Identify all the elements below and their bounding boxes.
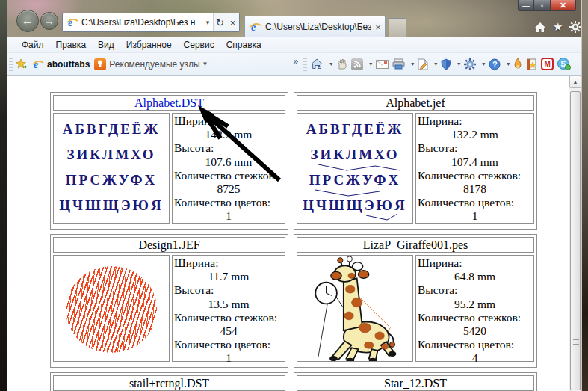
menu-edit[interactable]: Правка xyxy=(50,38,93,52)
close-button[interactable]: ✕ xyxy=(551,0,576,11)
stitches-value: 454 xyxy=(174,324,283,338)
toolbar-grip[interactable] xyxy=(9,58,13,71)
menu-help[interactable]: Справка xyxy=(220,38,267,52)
window-controls: — ▫ ✕ xyxy=(518,0,576,11)
scrollbar-grip xyxy=(573,339,579,345)
width-value: 11.7 mm xyxy=(174,270,283,283)
favorite-abouttabs[interactable]: e abouttabs xyxy=(32,58,90,70)
toolbar-overflow-chevron[interactable]: » xyxy=(293,56,298,67)
refresh-icon[interactable]: ↻ xyxy=(214,17,226,28)
page-dropdown-icon[interactable]: ▾ xyxy=(434,61,437,67)
scroll-up-icon: ▲ xyxy=(573,79,578,84)
rss-feed-icon[interactable] xyxy=(351,58,363,70)
height-label: Высота: xyxy=(174,141,283,155)
svg-text:e: e xyxy=(251,22,256,33)
design-card-stail-rctngl: stail+rctngl.DST xyxy=(50,372,288,391)
alphabet-dst-preview-image: АБВГДЕЁЖ ЗИКЛМХО ПРСЖУФХ ЦЧШЩЭЮЯ xyxy=(53,113,170,224)
alphabet-row: АБВГДЕЁЖ xyxy=(54,121,169,138)
new-tab-button[interactable] xyxy=(389,18,406,37)
gear-icon[interactable] xyxy=(569,21,581,33)
colors-value: 4 xyxy=(418,351,532,365)
menu-view[interactable]: Вид xyxy=(92,38,120,52)
stail-rctngl-title: stail+rctngl.DST xyxy=(129,377,209,390)
red-stitch-circle xyxy=(63,263,160,356)
suggested-sites-dropdown-icon: ▼ xyxy=(202,61,208,67)
abouttabs-label: abouttabs xyxy=(47,59,90,70)
print-dropdown-icon[interactable]: ▾ xyxy=(411,61,414,67)
design-info: Ширина: 132.2 mm Высота: 107.4 mm Количе… xyxy=(415,113,534,224)
design1-jef-preview-image xyxy=(53,255,170,362)
width-label: Ширина: xyxy=(418,256,532,270)
tab-close-icon[interactable]: × xyxy=(371,22,385,33)
tools-gear-icon[interactable] xyxy=(464,58,476,70)
hand-tool-icon[interactable] xyxy=(336,58,347,70)
page-icon[interactable] xyxy=(418,58,428,70)
height-label: Высота: xyxy=(174,283,283,297)
tab-title: C:\Users\Liza\Desktop\Без ... xyxy=(265,22,371,32)
maximize-icon: ▫ xyxy=(541,1,544,10)
mail-icon[interactable] xyxy=(376,60,389,69)
address-text[interactable]: C:\Users\Liza\Desktop\Без н xyxy=(81,17,202,28)
star12-title: Star_12.DST xyxy=(384,377,447,390)
add-favorite-button[interactable] xyxy=(15,58,28,70)
menu-tools[interactable]: Сервис xyxy=(178,38,220,52)
print-icon[interactable] xyxy=(392,58,405,70)
home-dropdown-icon[interactable]: ▾ xyxy=(329,61,332,67)
scroll-up-button[interactable]: ▲ xyxy=(569,76,581,88)
safety-shield-icon[interactable] xyxy=(441,58,451,70)
back-button[interactable]: ← xyxy=(16,10,39,32)
colors-label: Количество цветов: xyxy=(174,338,283,351)
maximize-button[interactable]: ▫ xyxy=(534,0,551,11)
stitches-value: 8178 xyxy=(418,182,532,196)
browser-tab[interactable]: e C:\Users\Liza\Desktop\Без ... × xyxy=(244,16,386,37)
favorites-star-icon[interactable]: ★ xyxy=(553,20,563,34)
menu-favorites[interactable]: Избранное xyxy=(120,38,178,52)
forward-button[interactable]: → xyxy=(40,12,58,30)
menu-file[interactable]: Файл xyxy=(16,38,50,52)
doc-star-icon[interactable] xyxy=(526,58,537,70)
alphabet-dst-link[interactable]: Alphabet.DST xyxy=(134,96,204,109)
stitches-label: Количество стежков: xyxy=(174,169,283,182)
stitches-label: Количество стежков: xyxy=(418,169,532,182)
card-title-row: Star_12.DST xyxy=(297,375,534,391)
alphabet-row: ЗИКЛМХО xyxy=(54,147,169,163)
skype-icon[interactable]: S xyxy=(557,58,571,70)
pen-tool-icon[interactable] xyxy=(513,58,522,70)
vertical-scrollbar[interactable]: ▲ xyxy=(569,76,581,391)
design-card-star12: Star_12.DST xyxy=(294,372,537,391)
rss-dropdown-icon[interactable]: ▾ xyxy=(369,61,372,67)
design-info: Ширина: 11.7 mm Высота: 13.5 mm Количест… xyxy=(172,255,285,362)
suggested-sites[interactable]: Рекомендуемые узлы ▼ xyxy=(94,58,208,70)
minimize-icon: — xyxy=(522,1,530,10)
help-dropdown-icon[interactable]: ▾ xyxy=(507,61,510,67)
giraffe-pes-title: LizaP_Giraffe001.pes xyxy=(363,238,468,251)
back-icon: ← xyxy=(22,13,34,28)
scrollbar-thumb[interactable] xyxy=(570,91,581,390)
stitches-label: Количество стежков: xyxy=(174,311,283,324)
command-bar: ▾ ▾ ▾ ▾ ▾ ▾ ? ▾ M S xyxy=(311,58,571,70)
card-title-row: Alphabet.DST xyxy=(53,95,285,111)
giraffe-preview-image xyxy=(297,255,413,362)
width-label: Ширина: xyxy=(174,114,283,128)
m-badge-icon[interactable]: M xyxy=(541,58,554,70)
svg-text:e: e xyxy=(34,59,38,70)
stop-icon[interactable]: × xyxy=(226,17,239,28)
safety-dropdown-icon[interactable]: ▾ xyxy=(457,61,460,67)
home-page-icon[interactable] xyxy=(311,58,324,70)
minimize-button[interactable]: — xyxy=(518,0,534,11)
height-label: Высота: xyxy=(418,141,532,155)
address-dropdown-icon[interactable]: ▾ xyxy=(202,19,213,26)
home-icon[interactable] xyxy=(534,22,546,33)
help-icon[interactable]: ? xyxy=(489,58,501,70)
card-title-row: stail+rctngl.DST xyxy=(53,375,285,391)
suggested-sites-label: Рекомендуемые узлы xyxy=(109,59,199,70)
commandbar-grip[interactable] xyxy=(303,58,307,71)
tools-dropdown-icon[interactable]: ▾ xyxy=(482,61,485,67)
stitches-label: Количество стежков: xyxy=(418,311,532,324)
address-bar[interactable]: e C:\Users\Liza\Desktop\Без н ▾ ↻ × xyxy=(62,13,240,32)
design-info: Ширина: 64.8 mm Высота: 95.2 mm Количест… xyxy=(415,255,534,362)
suggested-sites-icon xyxy=(94,58,106,70)
height-value: 13.5 mm xyxy=(174,298,283,311)
favorites-bar: e abouttabs Рекомендуемые узлы ▼ » ▾ ▾ ▾… xyxy=(7,53,581,76)
width-value: 132.2 mm xyxy=(418,128,532,141)
